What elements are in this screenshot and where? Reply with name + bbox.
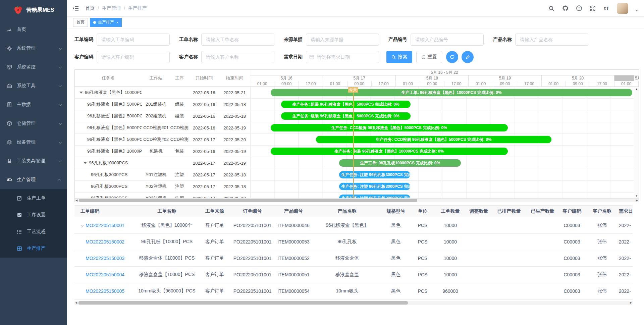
- close-icon[interactable]: ×: [116, 20, 118, 24]
- tag-production-scheduling[interactable]: 生产排产 ×: [90, 18, 122, 27]
- table-row[interactable]: MO20220515000296孔孔板【10000】PCS客户订单PO20220…: [74, 234, 633, 250]
- table-row[interactable]: MO20220515000510mm吸头【960000】PCS客户订单PO202…: [74, 283, 633, 300]
- gantt-horizontal-scrollbar[interactable]: ◀ ▶: [75, 198, 639, 202]
- app-logo[interactable]: 苦糖果MES: [0, 0, 67, 20]
- gantt-bar-task[interactable]: 生产任务: CCD检测 96孔移液盒【黑色】5000PCS 完成比例: 0%: [316, 136, 551, 143]
- github-icon[interactable]: [562, 5, 569, 12]
- scroll-right-icon[interactable]: ▶: [630, 301, 632, 305]
- refresh-circle-button[interactable]: [446, 51, 458, 63]
- work-order-code-input[interactable]: [97, 34, 170, 46]
- breadcrumb-production[interactable]: 生产管理: [102, 5, 121, 11]
- gantt-bar-order[interactable]: 生产工单: 96孔孔板10000PCS 完成比例: 0%: [339, 159, 461, 167]
- column-end-time: 结束时间: [219, 75, 250, 81]
- gantt-task-row[interactable]: 96孔移液盒【黑色】10000PCS2022-05-162022-05-21: [75, 87, 250, 99]
- order-link[interactable]: MO202205150003: [86, 256, 124, 261]
- chevron-down-icon: [59, 121, 62, 125]
- hour-cell: 01:00: [614, 81, 639, 87]
- gantt-bar-task[interactable]: 生产任务: CCD检测 96孔移液盒【黑色】5000PCS 完成比例: 0%: [271, 124, 508, 131]
- search-button[interactable]: 搜索: [386, 51, 412, 63]
- filter-customer-name: 客户名称: [179, 51, 274, 63]
- order-link[interactable]: MO202205150002: [86, 239, 124, 245]
- sidebar-fold-button[interactable]: [67, 5, 85, 12]
- refresh-icon: [421, 55, 426, 59]
- cell: 黑色: [381, 272, 411, 278]
- gantt-bar-task-selected[interactable]: 生产任务: 注塑 96孔孔板3000PCS 完成比例: 0%: [339, 171, 410, 178]
- sidebar-item-process-flow[interactable]: 工艺流程: [0, 223, 67, 240]
- search-icon[interactable]: [548, 5, 555, 12]
- product-name-input[interactable]: [515, 34, 588, 46]
- scroll-left-icon[interactable]: ◀: [75, 199, 77, 202]
- collapse-icon[interactable]: [84, 162, 87, 164]
- gantt-task-row[interactable]: 96孔孔板3000PCSY01注塑机注塑2022-05-172022-05-18: [75, 169, 250, 181]
- gantt-vertical-scrollbar[interactable]: ▲ ▼: [634, 87, 639, 198]
- sidebar-item-system-tools[interactable]: 系统工具: [0, 76, 67, 95]
- gantt-task-row[interactable]: 96孔移液盒【黑色】5000PCSCCD检测#01CCD检测2022-05-16…: [75, 122, 250, 134]
- sidebar-item-work-orders[interactable]: 生产工单: [0, 190, 67, 207]
- order-link[interactable]: MO202205150004: [86, 272, 124, 277]
- help-icon[interactable]: ?: [576, 5, 582, 12]
- scroll-right-icon[interactable]: ▶: [636, 199, 638, 202]
- source-doc-input[interactable]: [306, 34, 379, 46]
- sidebar-item-label: 系统监控: [17, 64, 59, 70]
- breadcrumb-home[interactable]: 首页: [85, 5, 95, 11]
- customer-name-input[interactable]: [201, 51, 274, 63]
- task-end: 2022-05-21: [219, 90, 250, 95]
- expand-chevron-icon[interactable]: [80, 223, 84, 227]
- gantt-bar-row: 生产任务: 包装 96孔移液盒【黑色】10000PCS 完成比例: 0%: [250, 146, 634, 157]
- sidebar-item-production[interactable]: 生产管理: [0, 170, 67, 189]
- sidebar-item-system-monitor[interactable]: 系统监控: [0, 58, 67, 76]
- product-code-input[interactable]: [411, 34, 484, 46]
- sidebar-item-system-admin[interactable]: 系统管理: [0, 39, 67, 58]
- gantt-task-row[interactable]: 96孔移液盒【黑色】5000PCSZ01组装机组装2022-05-162022-…: [75, 99, 250, 110]
- scroll-up-icon[interactable]: ▲: [634, 88, 639, 91]
- gantt-bar-order[interactable]: 生产工单: 96孔移液盒【黑色】10000PCS 完成比例: 0%: [271, 89, 633, 96]
- timeline-scrollbar-thumb[interactable]: [614, 75, 634, 81]
- customer-code-input[interactable]: [97, 51, 170, 63]
- table-row[interactable]: MO202205150003移液盒盒体【10000】PCS客户订单PO20220…: [74, 250, 633, 267]
- gantt-bar-task[interactable]: 生产任务: 组装 96孔移液盒【黑色】5000PCS 完成比例: 0%: [281, 112, 411, 120]
- table-row[interactable]: MO202205150001移液盒【黑色】10000个客户订单PO2022051…: [74, 217, 633, 234]
- sidebar-item-master-data[interactable]: 主数据: [0, 95, 67, 114]
- gantt-bar-task-selected[interactable]: 生产任务: 注塑 96孔孔板3000PCS 完成比例: 0%: [339, 195, 410, 198]
- gantt-task-row[interactable]: 96孔孔板10000PCS2022-05-172022-05-19: [75, 157, 250, 169]
- sidebar-item-warehouse[interactable]: 仓储管理: [0, 114, 67, 133]
- tag-home[interactable]: 首页: [73, 18, 88, 27]
- gantt-task-row[interactable]: 96孔移液盒【黑色】5000PCSCCD检测#02CCD检测2022-05-17…: [75, 134, 250, 146]
- task-process: CCD检测: [170, 125, 189, 131]
- scrollbar-thumb[interactable]: [78, 301, 408, 305]
- font-size-icon[interactable]: tT: [603, 5, 610, 12]
- sidebar-item-production-scheduling[interactable]: 生产排产: [0, 240, 67, 257]
- order-link[interactable]: MO202205150005: [86, 288, 124, 294]
- collapse-icon[interactable]: [79, 92, 83, 94]
- cell: ITEM00000051: [273, 272, 314, 277]
- table-horizontal-scrollbar[interactable]: ◀ ▶: [74, 301, 633, 305]
- cell: 黑色: [381, 222, 411, 228]
- sidebar-item-equipment[interactable]: 设备管理: [0, 133, 67, 152]
- sidebar-item-process-settings[interactable]: 工序设置: [0, 207, 67, 223]
- avatar[interactable]: [617, 3, 628, 14]
- gantt-task-row[interactable]: 96孔孔板3000PCSY03注塑机注塑2022-05-172022-05-18: [75, 193, 250, 198]
- reset-button[interactable]: 重置: [416, 51, 442, 63]
- gantt-task-row[interactable]: 96孔孔板3000PCSY02注塑机注塑2022-05-172022-05-18: [75, 181, 250, 193]
- chevron-down-icon: [59, 140, 62, 144]
- work-order-name-input[interactable]: [201, 34, 274, 46]
- fullscreen-icon[interactable]: [589, 5, 596, 12]
- gantt-timeline-header: 5月 16 - 5月 22 5月 16 5月 17 5月 18 5月 19 5月…: [250, 70, 639, 87]
- table-row[interactable]: MO202205150004移液盒盒盖【10000】PCS客户订单PO20220…: [74, 267, 633, 283]
- scroll-down-icon[interactable]: ▼: [634, 195, 639, 198]
- scroll-left-icon[interactable]: ◀: [75, 301, 77, 305]
- sidebar-item-tooling[interactable]: 工装夹具管理: [0, 152, 67, 170]
- gantt-task-row[interactable]: 96孔移液盒【黑色】10000PCS包装机包装2022-05-162022-05…: [75, 146, 250, 157]
- demand-date-input[interactable]: [306, 51, 379, 63]
- gantt-task-row[interactable]: 96孔移液盒【黑色】5000PCSZ02组装机组装2022-05-162022-…: [75, 110, 250, 122]
- cell: C00003: [558, 256, 585, 261]
- gantt-bar-task-selected[interactable]: 生产任务: 注塑 96孔孔板3000PCS 完成比例: 0%: [339, 183, 410, 190]
- scrollbar-thumb[interactable]: [79, 199, 417, 202]
- edit-circle-button[interactable]: [462, 51, 474, 63]
- order-link[interactable]: MO202205150001: [86, 223, 124, 228]
- gantt-bar-task[interactable]: 生产任务: 包装 96孔移液盒【黑色】10000PCS 完成比例: 0%: [271, 148, 508, 155]
- sidebar-item-home[interactable]: 首页: [0, 20, 67, 39]
- gantt-bar-task[interactable]: 生产任务: 组装 96孔移液盒【黑色】5000PCS 完成比例: 0%: [281, 101, 411, 108]
- user-menu-caret-icon[interactable]: [635, 10, 638, 11]
- column-start-time: 开始时间: [189, 75, 219, 81]
